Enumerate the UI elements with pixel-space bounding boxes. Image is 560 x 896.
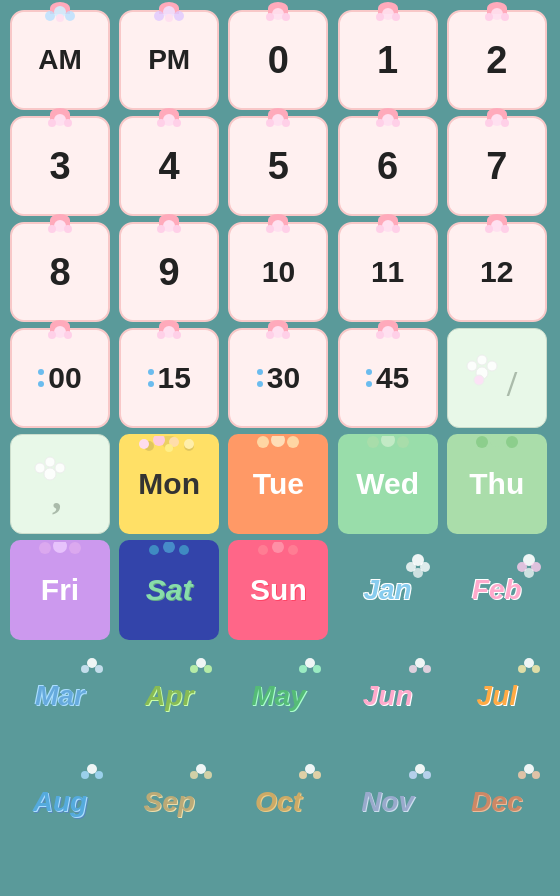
svg-point-103: [524, 568, 534, 578]
svg-point-39: [266, 225, 274, 233]
sticker-7[interactable]: 7: [447, 116, 547, 216]
sticker-6[interactable]: 6: [338, 116, 438, 216]
sticker-m00[interactable]: 00: [10, 328, 110, 428]
num-10-label: 10: [262, 255, 295, 289]
svg-point-132: [518, 771, 526, 779]
svg-point-6: [174, 11, 184, 21]
svg-point-21: [157, 119, 165, 127]
svg-point-112: [313, 665, 321, 673]
svg-point-15: [485, 13, 493, 21]
svg-point-129: [409, 771, 417, 779]
sticker-oct[interactable]: Oct: [228, 752, 328, 852]
sticker-sep[interactable]: Sep: [119, 752, 219, 852]
svg-point-95: [288, 545, 298, 555]
svg-point-117: [518, 665, 526, 673]
svg-point-67: [55, 463, 65, 473]
am-label: AM: [38, 44, 82, 76]
svg-point-128: [415, 764, 425, 774]
sticker-may[interactable]: May: [228, 646, 328, 746]
sticker-thu[interactable]: Thu: [447, 434, 547, 534]
svg-point-62: [467, 361, 477, 371]
num-5-label: 5: [268, 147, 289, 185]
sticker-am[interactable]: AM: [10, 10, 110, 110]
sticker-sun[interactable]: Sun: [228, 540, 328, 640]
svg-point-58: [392, 331, 400, 339]
sticker-jul[interactable]: Jul: [447, 646, 547, 746]
svg-point-2: [65, 11, 75, 21]
svg-point-121: [95, 771, 103, 779]
sticker-wed[interactable]: Wed: [338, 434, 438, 534]
sticker-apr[interactable]: Apr: [119, 646, 219, 746]
sticker-m30[interactable]: 30: [228, 328, 328, 428]
svg-point-99: [413, 568, 423, 578]
svg-point-86: [506, 436, 518, 448]
svg-point-82: [381, 436, 395, 447]
sticker-fri[interactable]: Fri: [10, 540, 110, 640]
svg-point-87: [39, 542, 51, 554]
svg-point-77: [165, 444, 173, 452]
num-9-label: 9: [159, 253, 180, 291]
min-30-label: 30: [267, 361, 300, 395]
svg-point-115: [423, 665, 431, 673]
svg-point-40: [282, 225, 290, 233]
svg-point-63: [474, 375, 484, 385]
sticker-pm[interactable]: PM: [119, 10, 219, 110]
sticker-10[interactable]: 10: [228, 222, 328, 322]
sticker-comma[interactable]: ,: [10, 434, 110, 534]
svg-point-10: [282, 13, 290, 21]
sticker-2[interactable]: 2: [447, 10, 547, 110]
colon-dot-top: [366, 369, 372, 375]
svg-point-51: [157, 331, 165, 339]
num-1-label: 1: [377, 41, 398, 79]
num-6-label: 6: [377, 147, 398, 185]
sticker-grid: AM PM 0 1 2: [0, 0, 560, 862]
svg-point-126: [299, 771, 307, 779]
svg-point-49: [64, 331, 72, 339]
sticker-nov[interactable]: Nov: [338, 752, 438, 852]
sticker-slash[interactable]: /: [447, 328, 547, 428]
svg-point-55: [282, 331, 290, 339]
min-15-label: 15: [158, 361, 191, 395]
sticker-mar[interactable]: Mar: [10, 646, 110, 746]
sticker-5[interactable]: 5: [228, 116, 328, 216]
svg-point-79: [271, 436, 285, 447]
svg-point-68: [35, 463, 45, 473]
sticker-jan[interactable]: Jan: [338, 540, 438, 640]
svg-point-36: [157, 225, 165, 233]
sticker-aug[interactable]: Aug: [10, 752, 110, 852]
sticker-m15[interactable]: 15: [119, 328, 219, 428]
sticker-tue[interactable]: Tue: [228, 434, 328, 534]
svg-point-93: [258, 545, 268, 555]
svg-point-118: [532, 665, 540, 673]
svg-point-120: [81, 771, 89, 779]
svg-point-60: [477, 355, 487, 365]
sticker-dec[interactable]: Dec: [447, 752, 547, 852]
svg-point-73: [139, 439, 149, 449]
svg-point-108: [190, 665, 198, 673]
svg-point-80: [287, 436, 299, 448]
colon-dot-bottom: [148, 381, 154, 387]
sticker-4[interactable]: 4: [119, 116, 219, 216]
sticker-0[interactable]: 0: [228, 10, 328, 110]
svg-point-76: [184, 439, 194, 449]
sticker-feb[interactable]: Feb: [447, 540, 547, 640]
min-45-label: 45: [376, 361, 409, 395]
svg-text:,: ,: [52, 475, 62, 517]
svg-point-89: [69, 542, 81, 554]
sticker-m45[interactable]: 45: [338, 328, 438, 428]
sticker-8[interactable]: 8: [10, 222, 110, 322]
sticker-jun[interactable]: Jun: [338, 646, 438, 746]
sticker-11[interactable]: 11: [338, 222, 438, 322]
sticker-9[interactable]: 9: [119, 222, 219, 322]
svg-point-114: [409, 665, 417, 673]
sticker-1[interactable]: 1: [338, 10, 438, 110]
mon-label: Mon: [138, 467, 200, 501]
sticker-3[interactable]: 3: [10, 116, 110, 216]
sticker-12[interactable]: 12: [447, 222, 547, 322]
svg-point-66: [45, 457, 55, 467]
svg-point-107: [196, 658, 206, 668]
sticker-mon[interactable]: Mon: [119, 434, 219, 534]
svg-point-48: [48, 331, 56, 339]
sticker-sat[interactable]: Sat: [119, 540, 219, 640]
svg-point-81: [367, 436, 379, 448]
